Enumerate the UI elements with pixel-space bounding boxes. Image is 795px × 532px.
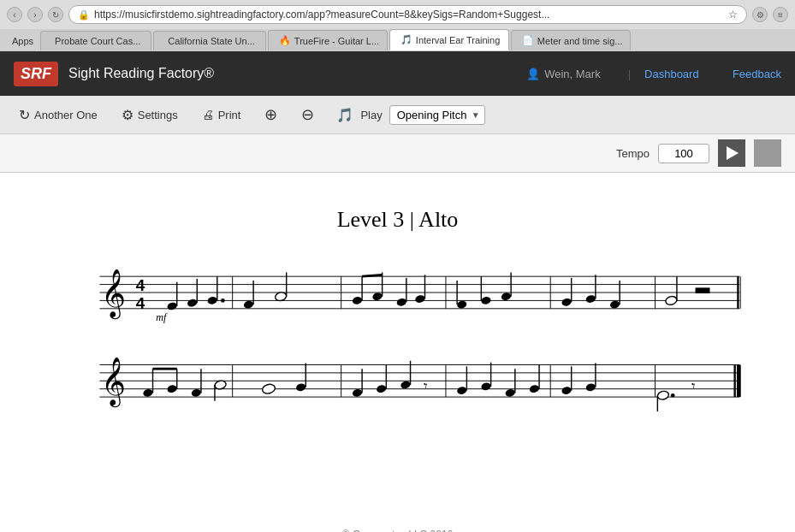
tab-california[interactable]: California State Un... xyxy=(153,31,266,50)
svg-text:4: 4 xyxy=(136,294,145,312)
svg-point-42 xyxy=(561,298,572,307)
staff-row-2: 𝄞 xyxy=(51,346,744,426)
staff-svg-2: 𝄞 xyxy=(51,346,744,423)
tempo-input[interactable] xyxy=(658,144,709,163)
svg-point-16 xyxy=(167,301,178,310)
svg-point-32 xyxy=(396,298,407,307)
feedback-link[interactable]: Feedback xyxy=(733,68,781,80)
browser-chrome: ‹ › ↻ 🔒 https://musicfirstdemo.sightread… xyxy=(0,0,795,51)
footer: © Gracenotes LLC 2016 xyxy=(0,515,795,532)
svg-point-76 xyxy=(352,388,363,398)
svg-rect-50 xyxy=(696,287,710,293)
apps-tab[interactable]: Apps xyxy=(7,32,39,50)
zoom-out-icon: ⊖ xyxy=(301,105,314,124)
tab-truefire[interactable]: 🔥 TrueFire - Guitar L... xyxy=(268,30,388,50)
zoom-in-icon: ⊕ xyxy=(264,105,277,124)
svg-point-78 xyxy=(376,384,387,393)
svg-point-27 xyxy=(352,296,363,305)
svg-point-97 xyxy=(671,393,675,398)
refresh-icon: ↻ xyxy=(19,107,30,123)
staff-svg-1: 𝄞 4 4 mf xyxy=(51,258,744,327)
lock-icon: 🔒 xyxy=(78,9,90,21)
bookmark-icon: ☆ xyxy=(728,9,738,21)
url-bar[interactable]: 🔒 https://musicfirstdemo.sightreadingfac… xyxy=(68,5,747,24)
zoom-in-button[interactable]: ⊕ xyxy=(259,103,282,127)
svg-point-29 xyxy=(371,292,383,301)
svg-point-95 xyxy=(656,390,669,400)
score-title: Level 3 | Alto xyxy=(34,207,761,233)
play-triangle-icon xyxy=(727,146,739,160)
svg-point-46 xyxy=(609,300,620,310)
svg-text:𝄾: 𝄾 xyxy=(691,382,695,389)
print-icon: 🖨 xyxy=(202,108,214,121)
svg-text:𝄾: 𝄾 xyxy=(424,382,427,389)
print-button[interactable]: 🖨 Print xyxy=(197,105,246,124)
menu-button[interactable]: ≡ xyxy=(773,7,788,22)
staff-row-1: 𝄞 4 4 mf xyxy=(51,258,744,329)
opening-pitch-select[interactable]: Opening Pitch Count In Both Neither xyxy=(389,105,485,125)
svg-point-36 xyxy=(456,300,467,310)
forward-button[interactable]: › xyxy=(27,7,43,22)
svg-point-38 xyxy=(480,296,491,305)
tab-favicon: 🎵 xyxy=(400,34,412,45)
svg-line-31 xyxy=(362,275,383,276)
svg-point-23 xyxy=(243,300,254,310)
svg-text:4: 4 xyxy=(136,276,145,294)
svg-point-80 xyxy=(400,380,411,389)
tab-probate[interactable]: Probate Court Cas... xyxy=(40,31,151,50)
svg-point-18 xyxy=(187,299,198,308)
header-separator: | xyxy=(628,68,631,80)
waveform-icon: 🎵 xyxy=(336,107,353,123)
svg-point-69 xyxy=(191,388,202,398)
svg-text:𝄞: 𝄞 xyxy=(101,357,126,408)
header-user: 👤 Wein, Mark xyxy=(526,68,601,80)
url-text: https://musicfirstdemo.sightreadingfacto… xyxy=(94,9,724,21)
svg-point-91 xyxy=(561,386,572,395)
svg-point-34 xyxy=(414,294,425,304)
svg-point-85 xyxy=(480,381,491,391)
user-icon: 👤 xyxy=(526,68,540,80)
svg-text:mf: mf xyxy=(156,311,168,323)
app-name: Sight Reading Factory® xyxy=(68,66,214,81)
tab-meter[interactable]: 📄 Meter and time sig... xyxy=(511,30,631,50)
svg-point-66 xyxy=(167,384,178,393)
svg-point-87 xyxy=(505,388,516,398)
tempo-label: Tempo xyxy=(616,147,650,160)
play-label: Play xyxy=(360,109,382,121)
svg-point-89 xyxy=(529,384,540,393)
svg-text:𝄞: 𝄞 xyxy=(101,269,126,320)
svg-point-73 xyxy=(261,383,276,395)
reload-button[interactable]: ↻ xyxy=(48,7,63,22)
dashboard-link[interactable]: Dashboard xyxy=(644,68,699,80)
toolbar: ↻ Another One ⚙ Settings 🖨 Print ⊕ ⊖ 🎵 P… xyxy=(0,96,795,134)
extensions-button[interactable]: ⚙ xyxy=(752,7,768,22)
back-button[interactable]: ‹ xyxy=(7,7,22,22)
svg-point-20 xyxy=(207,296,218,305)
play-section: 🎵 Play Opening Pitch Count In Both Neith… xyxy=(336,105,484,125)
tab-favicon: 🔥 xyxy=(279,35,291,46)
app-header: SRF Sight Reading Factory® 👤 Wein, Mark … xyxy=(0,51,795,96)
main-content: Level 3 | Alto 𝄞 4 4 mf xyxy=(0,173,795,515)
svg-point-74 xyxy=(295,382,306,392)
svg-point-48 xyxy=(665,295,678,305)
copyright-text: © Gracenotes LLC 2016 xyxy=(342,529,454,532)
another-one-button[interactable]: ↻ Another One xyxy=(14,104,103,126)
stop-button[interactable] xyxy=(754,139,781,167)
browser-toolbar: ‹ › ↻ 🔒 https://musicfirstdemo.sightread… xyxy=(0,0,795,29)
header-nav: 👤 Wein, Mark | Dashboard Feedback xyxy=(526,68,781,80)
svg-point-44 xyxy=(585,294,596,304)
tab-favicon: 📄 xyxy=(522,35,534,46)
header-separator2 xyxy=(713,68,719,80)
zoom-out-button[interactable]: ⊖ xyxy=(296,103,319,127)
browser-tabs: Apps Probate Court Cas... California Sta… xyxy=(0,29,795,50)
srf-logo[interactable]: SRF xyxy=(14,62,58,86)
score-area: 𝄞 4 4 mf xyxy=(34,258,761,426)
play-button[interactable] xyxy=(718,139,745,167)
tab-interval[interactable]: 🎵 Interval Ear Training xyxy=(389,29,509,50)
settings-button[interactable]: ⚙ Settings xyxy=(116,104,183,126)
opening-pitch-wrapper: Opening Pitch Count In Both Neither ▼ xyxy=(389,105,485,125)
svg-point-64 xyxy=(142,388,153,398)
settings-icon: ⚙ xyxy=(122,107,133,123)
svg-point-22 xyxy=(221,299,225,303)
svg-point-93 xyxy=(585,382,596,392)
